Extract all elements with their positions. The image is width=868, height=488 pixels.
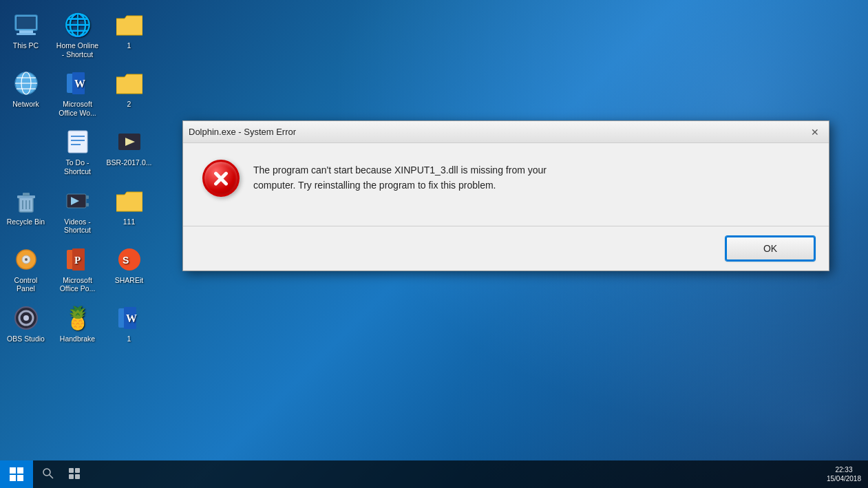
svg-rect-46 <box>17 467 23 474</box>
svg-rect-51 <box>69 468 74 473</box>
svg-line-50 <box>50 475 53 478</box>
dialog-ok-button[interactable]: OK <box>726 236 815 261</box>
taskbar-items <box>33 460 820 488</box>
dialog-body: The program can't start because XINPUT1_… <box>183 143 829 226</box>
taskbar-tray: 22:33 15/04/2018 <box>820 465 868 483</box>
dialog-overlay: Dolphin.exe - System Error ✕ The program… <box>0 0 868 488</box>
clock-time: 22:33 <box>827 465 861 474</box>
dialog-message-line2: computer. Try reinstalling the program t… <box>253 180 496 191</box>
taskbar-search[interactable] <box>36 461 61 487</box>
taskbar: 22:33 15/04/2018 <box>0 460 868 488</box>
svg-rect-53 <box>69 474 74 479</box>
dialog-titlebar: Dolphin.exe - System Error ✕ <box>183 121 829 143</box>
svg-rect-54 <box>75 474 80 479</box>
dialog-message-line1: The program can't start because XINPUT1_… <box>253 165 547 176</box>
svg-point-49 <box>43 469 50 476</box>
taskbar-clock: 22:33 15/04/2018 <box>827 465 861 483</box>
clock-date: 15/04/2018 <box>827 474 861 483</box>
svg-rect-52 <box>75 468 80 473</box>
taskbar-start-button[interactable] <box>0 460 33 488</box>
taskbar-task-view[interactable] <box>62 461 87 487</box>
svg-rect-47 <box>10 475 16 481</box>
svg-rect-45 <box>10 467 16 474</box>
dialog-footer: OK <box>183 226 829 270</box>
svg-rect-48 <box>17 475 23 481</box>
dialog-close-button[interactable]: ✕ <box>807 124 823 140</box>
dialog-title: Dolphin.exe - System Error <box>189 127 807 137</box>
error-icon <box>202 160 240 197</box>
dialog-message: The program can't start because XINPUT1_… <box>253 160 809 193</box>
error-dialog: Dolphin.exe - System Error ✕ The program… <box>182 120 829 271</box>
